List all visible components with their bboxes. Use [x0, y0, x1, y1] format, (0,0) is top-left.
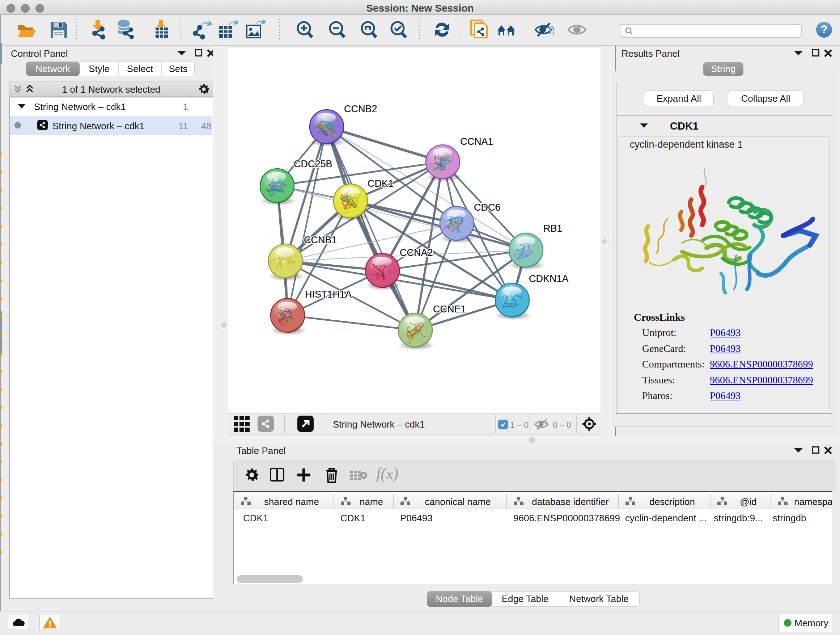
svg-text:CDC25B: CDC25B [294, 158, 332, 169]
svg-text:CCNB1: CCNB1 [304, 234, 337, 245]
svg-text:CCNA1: CCNA1 [460, 136, 493, 147]
svg-text:CDC6: CDC6 [474, 202, 501, 213]
svg-text:CCNE1: CCNE1 [433, 304, 466, 315]
svg-text:CDK1: CDK1 [368, 178, 393, 189]
svg-text:HIST1H1A: HIST1H1A [305, 289, 352, 300]
svg-text:CDKN1A: CDKN1A [529, 273, 569, 284]
svg-text:RB1: RB1 [543, 223, 562, 234]
svg-text:CCNB2: CCNB2 [344, 103, 377, 114]
svg-text:CCNA2: CCNA2 [400, 247, 433, 258]
